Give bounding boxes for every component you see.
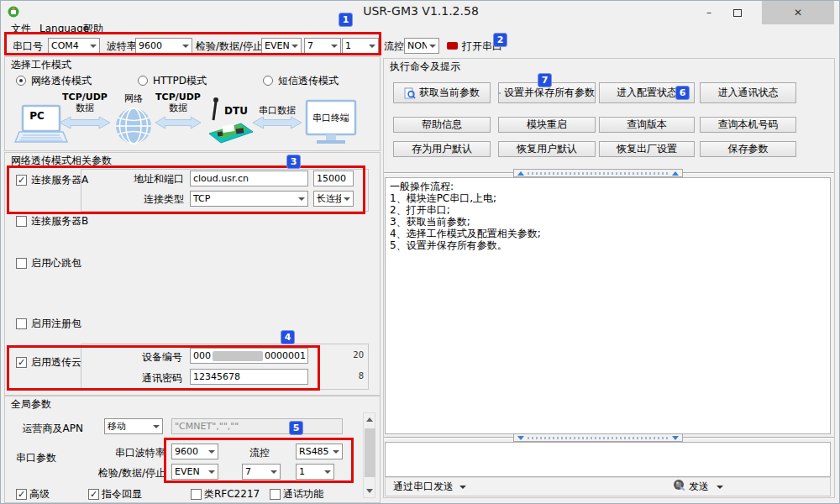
radio-net-transparent-label[interactable]: 网络透传模式 xyxy=(31,74,92,87)
baud-label: 波特率 xyxy=(107,39,137,53)
call-label[interactable]: 通话功能 xyxy=(283,487,323,501)
radio-sms-label[interactable]: 短信透传模式 xyxy=(278,74,339,87)
server-address-input[interactable]: cloud.usr.cn xyxy=(190,171,308,186)
maximize-icon xyxy=(733,9,742,17)
radio-httpd-mode[interactable] xyxy=(138,76,148,86)
menu-file[interactable]: 文件 xyxy=(8,22,34,35)
g-databits-select[interactable]: 7 xyxy=(242,464,281,480)
parity-label: 检验/数据/停止 xyxy=(196,39,263,53)
annotation-badge-3: 3 xyxy=(286,155,301,169)
restore-user-default-button[interactable]: 恢复用户默认 xyxy=(498,141,596,157)
g-baud-select[interactable]: 9600 xyxy=(171,444,218,459)
module-restart-button[interactable]: 模块重启 xyxy=(498,117,596,133)
rfc2217-checkbox[interactable] xyxy=(191,489,202,500)
echo-checkbox[interactable] xyxy=(88,489,99,500)
server-a-label[interactable]: 连接服务器A xyxy=(31,173,88,186)
instruction-line: 3、获取当前参数; xyxy=(390,216,541,228)
send-button[interactable]: 发送 xyxy=(689,480,709,493)
server-b-checkbox[interactable] xyxy=(16,216,27,227)
radio-net-transparent-mode[interactable] xyxy=(16,76,26,86)
app-window: USR-GM3 V1.1.2.58 – ✕ 文件 Language 帮助 串口号… xyxy=(0,0,840,504)
splitter-down-icon xyxy=(517,436,524,440)
close-button[interactable]: ✕ xyxy=(762,1,834,24)
g-baud-label: 串口波特率 xyxy=(108,446,165,459)
global-params-scrollbar[interactable] xyxy=(363,412,375,498)
send-via-serial-button[interactable]: 通过串口发送 xyxy=(393,480,454,493)
chevron-down-icon xyxy=(289,39,301,53)
chevron-down-icon[interactable] xyxy=(459,486,466,489)
query-number-button[interactable]: 查询本机号码 xyxy=(700,117,796,133)
scroll-up-icon[interactable] xyxy=(364,414,375,425)
device-id-input[interactable]: 0000000001 xyxy=(190,348,308,364)
link3-label: 串口数据 xyxy=(255,104,300,118)
link1-label: TCP/UDP数据 xyxy=(61,92,108,113)
save-params-button[interactable]: 保存参数 xyxy=(700,141,796,157)
get-params-button[interactable]: 获取当前参数 xyxy=(393,82,491,103)
cloud-label[interactable]: 启用透传云 xyxy=(31,355,81,369)
comm-password-input[interactable]: 12345678 xyxy=(190,369,308,385)
g-flow-select[interactable]: RS485 xyxy=(296,444,343,459)
heartbeat-checkbox[interactable] xyxy=(16,258,27,269)
instruction-line: 2、打开串口; xyxy=(390,204,541,216)
terminal-label: 串口终端 xyxy=(310,112,352,125)
annotation-badge-4: 4 xyxy=(281,330,295,344)
call-checkbox[interactable] xyxy=(270,489,281,500)
carrier-select[interactable]: 移动 xyxy=(104,418,163,434)
chevron-down-icon xyxy=(206,465,218,479)
chevron-down-icon xyxy=(427,39,438,53)
port-select[interactable]: COM4 xyxy=(48,38,100,54)
splitter-handle-bottom[interactable] xyxy=(513,433,683,442)
network-label: 网络 xyxy=(115,92,152,106)
factory-reset-button[interactable]: 恢复出厂设置 xyxy=(599,141,695,157)
cloud-checkbox[interactable] xyxy=(16,357,27,368)
g-stopbits-select[interactable]: 1 xyxy=(296,464,334,480)
server-a-checkbox[interactable] xyxy=(16,175,27,186)
radio-sms-mode[interactable] xyxy=(263,76,273,86)
advanced-checkbox[interactable] xyxy=(16,489,27,500)
scroll-down-icon[interactable] xyxy=(364,486,375,496)
query-version-button[interactable]: 查询版本 xyxy=(599,117,695,133)
commands-header: 执行命令及提示 xyxy=(390,60,460,73)
chevron-down-icon[interactable] xyxy=(717,486,723,489)
net-params-header: 网络透传模式相关参数 xyxy=(11,154,112,167)
chevron-down-icon xyxy=(330,444,342,459)
conn-type-label: 连接类型 xyxy=(127,192,184,206)
heartbeat-label[interactable]: 启用心跳包 xyxy=(31,256,81,270)
conn-mode-select[interactable]: 长连接 xyxy=(313,191,354,207)
minimize-button[interactable]: – xyxy=(696,3,722,23)
arrow-right-icon xyxy=(253,116,302,129)
arrow-left-icon xyxy=(60,116,110,129)
device-id-label: 设备编号 xyxy=(129,350,182,364)
dtu-module-icon xyxy=(204,95,255,145)
comm-password-label: 通讯密码 xyxy=(129,371,182,385)
splitter-handle-top[interactable] xyxy=(513,169,683,177)
server-b-label[interactable]: 连接服务器B xyxy=(31,214,88,228)
annotation-badge-1: 1 xyxy=(339,13,353,27)
scrollbar-thumb[interactable] xyxy=(365,428,375,477)
maximize-button[interactable] xyxy=(725,3,750,23)
regpack-checkbox[interactable] xyxy=(16,318,27,329)
chevron-down-icon xyxy=(328,39,340,53)
save-user-default-button[interactable]: 存为用户默认 xyxy=(393,141,491,157)
stopbits-select[interactable]: 1 xyxy=(342,38,379,54)
server-port-input[interactable]: 15000 xyxy=(313,171,354,186)
conn-type-select[interactable]: TCP xyxy=(190,191,308,207)
help-info-button[interactable]: 帮助信息 xyxy=(393,117,491,133)
radio-httpd-label[interactable]: HTTPD模式 xyxy=(153,74,207,87)
menu-help[interactable]: 帮助 xyxy=(80,22,107,35)
send-input-area[interactable] xyxy=(385,442,831,477)
rfc2217-label[interactable]: 类RFC2217 xyxy=(204,487,260,501)
search-doc-icon xyxy=(404,87,416,99)
chevron-down-icon xyxy=(150,419,162,433)
work-mode-header: 选择工作模式 xyxy=(11,58,71,71)
advanced-label[interactable]: 高级 xyxy=(29,487,50,501)
arrow-mid-icon xyxy=(155,116,201,129)
enter-comm-state-button[interactable]: 进入通讯状态 xyxy=(700,82,796,103)
baud-select[interactable]: 9600 xyxy=(135,38,192,54)
g-parity-select[interactable]: EVEN xyxy=(171,464,218,480)
flow-select[interactable]: NONE xyxy=(404,38,439,54)
databits-select[interactable]: 7 xyxy=(304,38,341,54)
echo-label[interactable]: 指令回显 xyxy=(102,487,142,501)
regpack-label[interactable]: 启用注册包 xyxy=(31,317,81,330)
parity-select[interactable]: EVEN xyxy=(261,38,302,54)
